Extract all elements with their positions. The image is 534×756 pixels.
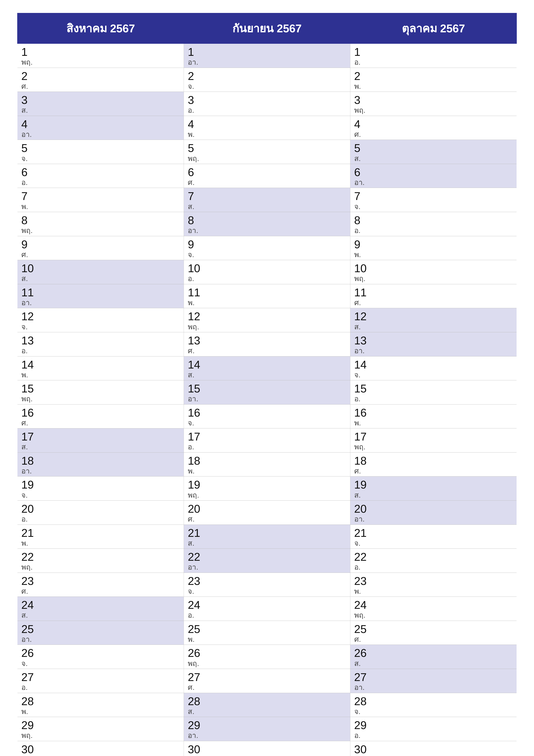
calendar-table: สิงหาคม 2567 กันยายน 2567 ตุลาคม 2567 1พ… xyxy=(17,13,517,756)
day-number: 18 xyxy=(354,455,513,467)
day-name: อ. xyxy=(354,563,513,571)
day-cell: 28พ. xyxy=(17,693,184,717)
day-cell: 6อา. xyxy=(350,164,517,188)
day-name: พ. xyxy=(354,419,513,427)
day-cell: 16จ. xyxy=(184,404,350,428)
day-number: 5 xyxy=(354,142,513,154)
day-name: อ. xyxy=(354,395,513,403)
day-cell: 7พ. xyxy=(17,188,184,212)
day-cell: 4อา. xyxy=(17,116,184,140)
day-number: 18 xyxy=(188,455,346,467)
day-number: 25 xyxy=(21,623,180,635)
day-name: ศ. xyxy=(188,347,346,355)
day-number: 12 xyxy=(188,310,346,323)
day-name: ส. xyxy=(354,660,513,667)
day-name: ศ. xyxy=(354,467,513,475)
day-name: ศ. xyxy=(188,515,346,523)
day-name: อ. xyxy=(188,275,346,283)
day-cell: 8พฤ. xyxy=(17,212,184,236)
day-number: 13 xyxy=(21,335,180,347)
day-cell: 27ศ. xyxy=(184,669,350,693)
day-name: ส. xyxy=(188,539,346,547)
day-name: ส. xyxy=(21,275,180,283)
day-name: จ. xyxy=(21,154,180,162)
day-cell: 9พ. xyxy=(350,236,517,260)
day-cell: 11พ. xyxy=(184,284,350,308)
day-name: จ. xyxy=(188,419,346,427)
day-number: 20 xyxy=(354,503,513,515)
day-name: ศ. xyxy=(188,178,346,186)
day-number: 1 xyxy=(354,46,513,58)
day-name: จ. xyxy=(354,202,513,210)
day-number: 25 xyxy=(188,623,346,635)
day-name: อ. xyxy=(21,178,180,186)
day-number: 30 xyxy=(188,743,346,756)
day-number: 29 xyxy=(21,719,180,731)
day-cell: 2จ. xyxy=(184,68,350,92)
day-cell: 28ส. xyxy=(184,693,350,717)
day-cell: 30จ. xyxy=(184,741,350,756)
day-number: 9 xyxy=(354,238,513,251)
day-name: อ. xyxy=(354,227,513,234)
day-number: 29 xyxy=(354,719,513,731)
day-name: ส. xyxy=(188,371,346,379)
day-number: 6 xyxy=(21,166,180,178)
day-cell: 18อา. xyxy=(17,452,184,476)
day-cell: 14พ. xyxy=(17,356,184,380)
day-number: 7 xyxy=(21,190,180,202)
day-number: 5 xyxy=(21,142,180,154)
day-cell: 24พฤ. xyxy=(350,597,517,621)
day-name: จ. xyxy=(354,708,513,716)
day-number: 24 xyxy=(188,599,346,611)
day-number: 26 xyxy=(188,647,346,659)
day-number: 27 xyxy=(188,671,346,683)
day-name: พฤ. xyxy=(21,395,180,403)
day-cell: 24ส. xyxy=(17,597,184,621)
day-name: อา. xyxy=(188,58,346,66)
day-number: 3 xyxy=(188,94,346,106)
day-cell: 13ศ. xyxy=(184,332,350,356)
day-cell: 30ศ. xyxy=(17,741,184,756)
day-name: จ. xyxy=(21,491,180,499)
day-cell: 19พฤ. xyxy=(184,476,350,500)
day-number: 23 xyxy=(188,575,346,587)
day-name: ศ. xyxy=(354,130,513,138)
day-name: พฤ. xyxy=(21,731,180,740)
day-cell: 12พฤ. xyxy=(184,308,350,332)
day-name: ส. xyxy=(21,106,180,114)
day-name: อ. xyxy=(21,683,180,691)
day-cell: 19จ. xyxy=(17,476,184,500)
day-number: 16 xyxy=(188,407,346,419)
day-cell: 7ส. xyxy=(184,188,350,212)
day-name: พ. xyxy=(188,635,346,643)
day-number: 7 xyxy=(188,190,346,202)
day-cell: 7จ. xyxy=(350,188,517,212)
day-cell: 25พ. xyxy=(184,621,350,645)
day-number: 1 xyxy=(21,46,180,58)
day-number: 6 xyxy=(354,166,513,178)
day-name: อา. xyxy=(354,515,513,523)
day-name: ศ. xyxy=(21,419,180,427)
day-name: อ. xyxy=(354,731,513,740)
day-number: 17 xyxy=(354,431,513,443)
month-header-2: กันยายน 2567 xyxy=(184,13,350,43)
day-number: 23 xyxy=(354,575,513,587)
day-number: 8 xyxy=(354,214,513,227)
day-number: 20 xyxy=(188,503,346,515)
day-name: พฤ. xyxy=(354,443,513,451)
day-name: พ. xyxy=(21,371,180,379)
day-cell: 23ศ. xyxy=(17,573,184,597)
day-name: อา. xyxy=(354,347,513,355)
day-number: 4 xyxy=(188,118,346,130)
day-name: พฤ. xyxy=(188,660,346,667)
day-name: ส. xyxy=(21,443,180,451)
day-name: จ. xyxy=(188,251,346,258)
day-name: อา. xyxy=(21,467,180,475)
day-cell: 11อา. xyxy=(17,284,184,308)
day-number: 19 xyxy=(188,479,346,491)
day-number: 24 xyxy=(21,599,180,611)
day-name: อ. xyxy=(188,106,346,114)
day-cell: 14ส. xyxy=(184,356,350,380)
day-cell: 18พ. xyxy=(184,452,350,476)
day-cell: 19ส. xyxy=(350,476,517,500)
